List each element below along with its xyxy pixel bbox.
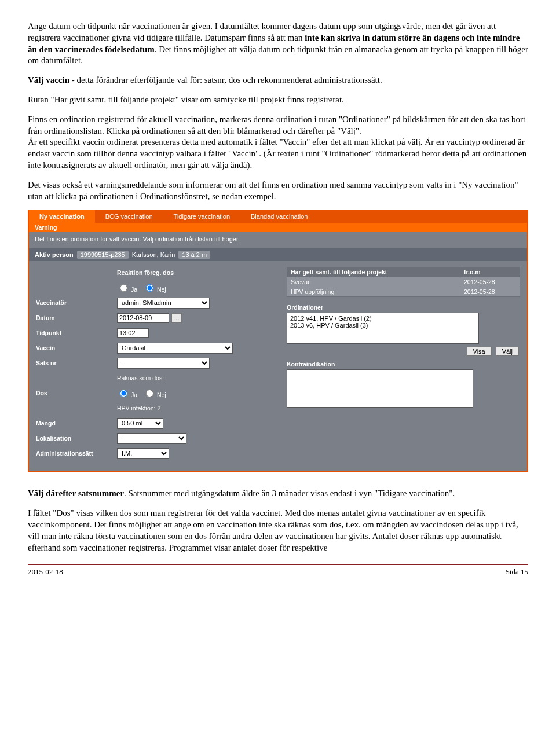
p4a: Finns en ordination registrerad <box>28 115 135 124</box>
aktiv-name: Karlsson, Karin <box>132 251 175 258</box>
dos-nej[interactable]: Nej <box>143 388 166 398</box>
p2a: Välj vaccin <box>28 75 70 85</box>
paragraph-4: Finns en ordination registrerad för aktu… <box>28 114 528 171</box>
kontra-box[interactable] <box>287 369 473 408</box>
list-item[interactable]: 2013 v6, HPV / Gardasil (3) <box>290 322 475 329</box>
reaktion-nej[interactable]: Nej <box>143 282 166 293</box>
tab-bcg[interactable]: BCG vaccination <box>95 210 163 223</box>
p6d: visas endast i vyn "Tidigare vaccination… <box>308 489 455 498</box>
warning-text: Det finns en ordination för valt vaccin.… <box>29 232 527 248</box>
paragraph-6: Välj därefter satsnummer. Satsnummer med… <box>28 488 528 500</box>
vaccin-select[interactable]: Gardasil <box>117 343 233 354</box>
vaccination-form-screenshot: Ny vaccination BCG vaccination Tidigare … <box>28 210 528 472</box>
dos-radios: Ja Nej <box>117 388 166 398</box>
hpv-info: HPV-infektion: 2 <box>117 405 160 412</box>
vaccinator-select[interactable]: admin, SMIadmin <box>117 298 210 309</box>
table-row: Svevac 2012-05-28 <box>287 277 520 287</box>
footer-date: 2015-02-18 <box>28 567 63 577</box>
p4c: Är ett specifikt vaccin ordinerat presen… <box>28 137 526 170</box>
active-person-bar: Aktiv person 19990515-p235 Karlsson, Kar… <box>29 248 527 261</box>
p6c: utgångsdatum äldre än 3 månader <box>191 489 308 498</box>
visa-button[interactable]: Visa <box>467 347 492 356</box>
p6b: . Satsnummer med <box>124 489 191 498</box>
left-column: Reaktion föreg. dos Ja Nej Vaccinatör ad… <box>36 267 269 463</box>
lbl-dos: Dos <box>36 390 117 397</box>
warning-header: Varning <box>29 223 527 232</box>
reaktion-radios: Ja Nej <box>117 282 166 293</box>
table-row: HPV uppföljning 2012-05-28 <box>287 287 520 297</box>
paragraph-3: Rutan "Har givit samt. till följande pro… <box>28 94 528 106</box>
page-footer: 2015-02-18 Sida 15 <box>28 564 528 577</box>
valj-button[interactable]: Välj <box>496 347 519 356</box>
raknas-label: Räknas som dos: <box>117 375 164 381</box>
p2b: - detta förändrar efterföljande val för:… <box>70 75 382 85</box>
datum-input[interactable] <box>117 313 169 323</box>
lbl-datum: Datum <box>36 314 117 321</box>
reaktion-label: Reaktion föreg. dos <box>117 269 174 276</box>
reaktion-ja[interactable]: Ja <box>117 282 137 293</box>
lbl-admin: Administrationssätt <box>36 450 117 457</box>
aktiv-pnr: 19990515-p235 <box>77 251 129 259</box>
ord-buttons: Visa Välj <box>287 347 519 356</box>
lokal-select[interactable]: - <box>117 433 186 444</box>
tab-tidigare[interactable]: Tidigare vaccination <box>163 210 240 223</box>
samtycke-header: Har gett samt. till följande projekt <box>287 267 460 277</box>
datepicker-button[interactable]: ... <box>171 313 182 323</box>
from-header: fr.o.m <box>460 267 520 277</box>
aktiv-age: 13 å 2 m <box>178 251 210 259</box>
paragraph-5: Det visas också ett varningsmeddelande s… <box>28 179 528 203</box>
ordinationer-list[interactable]: 2012 v41, HPV / Gardasil (2) 2013 v6, HP… <box>287 313 479 344</box>
lbl-vaccin: Vaccin <box>36 344 117 351</box>
lbl-mangd: Mängd <box>36 420 117 427</box>
mangd-select[interactable]: 0,50 ml <box>117 418 163 429</box>
right-column: Har gett samt. till följande projekt fr.… <box>287 267 520 463</box>
p6a: Välj därefter satsnummer <box>28 489 124 498</box>
footer-page: Sida 15 <box>506 567 528 577</box>
tab-bar: Ny vaccination BCG vaccination Tidigare … <box>29 210 527 223</box>
kontra-label: Kontraindikation <box>287 361 520 368</box>
lbl-tidpunkt: Tidpunkt <box>36 329 117 336</box>
dos-ja[interactable]: Ja <box>117 388 137 398</box>
form-area: Reaktion föreg. dos Ja Nej Vaccinatör ad… <box>29 261 527 471</box>
admin-select[interactable]: I.M. <box>117 448 169 459</box>
tidpunkt-input[interactable] <box>117 328 149 338</box>
paragraph-7: I fältet "Dos" visas vilken dos som man … <box>28 508 528 553</box>
tab-blandad[interactable]: Blandad vaccination <box>240 210 318 223</box>
satsnr-select[interactable]: - <box>117 358 210 369</box>
aktiv-label: Aktiv person <box>35 251 74 258</box>
lbl-satsnr: Sats nr <box>36 359 117 366</box>
samtycke-table: Har gett samt. till följande projekt fr.… <box>287 267 520 297</box>
lbl-vaccinator: Vaccinatör <box>36 299 117 306</box>
paragraph-2: Välj vaccin - detta förändrar efterfölja… <box>28 75 528 86</box>
ord-label: Ordinationer <box>287 304 520 311</box>
tab-ny-vaccination[interactable]: Ny vaccination <box>29 210 95 223</box>
list-item[interactable]: 2012 v41, HPV / Gardasil (2) <box>290 315 475 322</box>
lbl-lokal: Lokalisation <box>36 435 117 442</box>
paragraph-1: Ange datum och tidpunkt när vaccinatione… <box>28 21 528 67</box>
